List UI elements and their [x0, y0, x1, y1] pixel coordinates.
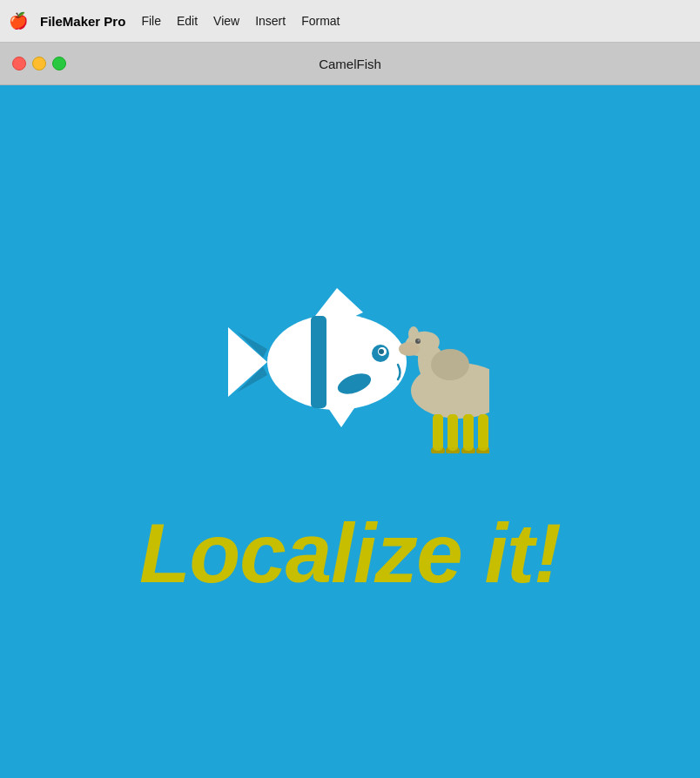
- window-title: CamelFish: [319, 57, 381, 71]
- main-content: Localize it!: [0, 85, 700, 778]
- apple-menu[interactable]: 🍎: [9, 11, 28, 30]
- traffic-lights: [12, 57, 66, 70]
- svg-marker-5: [328, 408, 354, 427]
- tagline: Localize it!: [139, 506, 561, 601]
- menu-format[interactable]: Format: [301, 14, 340, 28]
- titlebar: CamelFish: [0, 43, 700, 85]
- minimize-button[interactable]: [32, 57, 46, 70]
- svg-point-18: [418, 339, 421, 342]
- menu-edit[interactable]: Edit: [177, 14, 198, 28]
- svg-rect-30: [478, 414, 488, 451]
- svg-marker-4: [315, 288, 363, 319]
- svg-marker-1: [228, 327, 267, 397]
- app-name[interactable]: FileMaker Pro: [40, 14, 125, 29]
- svg-point-14: [431, 349, 469, 380]
- svg-point-16: [399, 342, 420, 356]
- menu-file[interactable]: File: [141, 14, 161, 28]
- menu-view[interactable]: View: [213, 14, 239, 28]
- menubar: 🍎 FileMaker Pro File Edit View Insert Fo…: [0, 0, 700, 43]
- svg-rect-29: [463, 414, 474, 451]
- camelfish-logo: [211, 262, 489, 453]
- close-button[interactable]: [12, 57, 26, 70]
- svg-rect-27: [433, 414, 443, 451]
- svg-point-9: [379, 349, 384, 354]
- menu-insert[interactable]: Insert: [255, 14, 286, 28]
- svg-rect-6: [311, 316, 326, 408]
- maximize-button[interactable]: [52, 57, 66, 70]
- logo-area: [211, 262, 489, 453]
- svg-rect-28: [448, 414, 458, 451]
- svg-point-0: [267, 314, 407, 410]
